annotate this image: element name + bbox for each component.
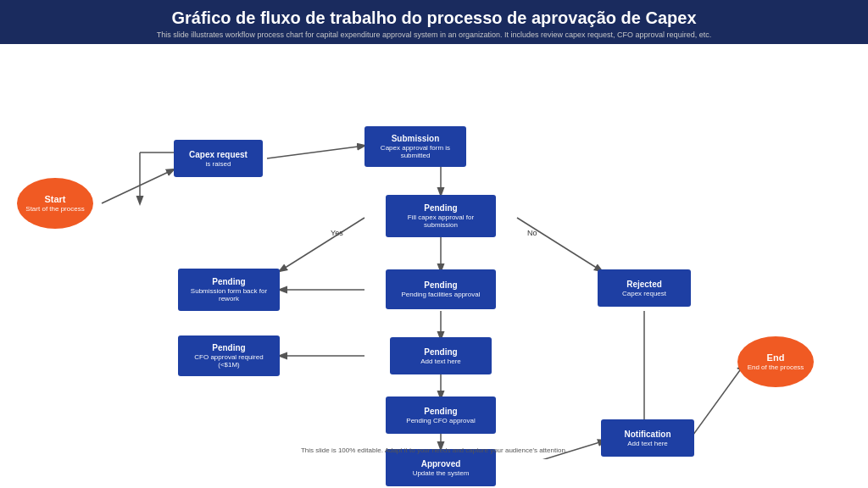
label-no: No <box>527 229 537 237</box>
node-start: Start Start of the process <box>17 178 93 229</box>
node-end: End End of the process <box>737 336 814 387</box>
node-pending-facilities: Pending Pending facilities approval <box>386 269 496 309</box>
footer-text: This slide is 100% editable. Adapt it to… <box>0 446 868 454</box>
node-pending-add: Pending Add text here <box>390 337 492 374</box>
node-capex-request: Capex request is raised <box>174 140 263 177</box>
node-approved: Approved Update the system <box>386 449 496 486</box>
diagram-area: Start Start of the process Capex request… <box>0 44 868 459</box>
label-yes: Yes <box>331 229 343 237</box>
node-pending-fill: Pending Fill capex approval for submissi… <box>386 195 496 237</box>
page-title: Gráfico de fluxo de trabalho do processo… <box>17 8 851 28</box>
header: Gráfico de fluxo de trabalho do processo… <box>0 0 868 44</box>
node-rejected: Rejected Capex request <box>598 269 691 307</box>
svg-line-4 <box>517 218 602 271</box>
header-subtitle: This slide illustrates workflow process … <box>17 30 851 39</box>
node-submission: Submission Capex approval form is submit… <box>364 126 466 167</box>
svg-line-3 <box>280 218 364 271</box>
svg-line-1 <box>267 146 364 158</box>
svg-line-0 <box>102 169 174 203</box>
svg-line-11 <box>691 364 744 438</box>
node-pending-cfo: Pending CFO approval required (<$1M) <box>178 336 280 376</box>
node-pending-submission-back: Pending Submission form back for rework <box>178 269 280 311</box>
node-pending-cfo-approval: Pending Pending CFO approval <box>386 396 496 434</box>
